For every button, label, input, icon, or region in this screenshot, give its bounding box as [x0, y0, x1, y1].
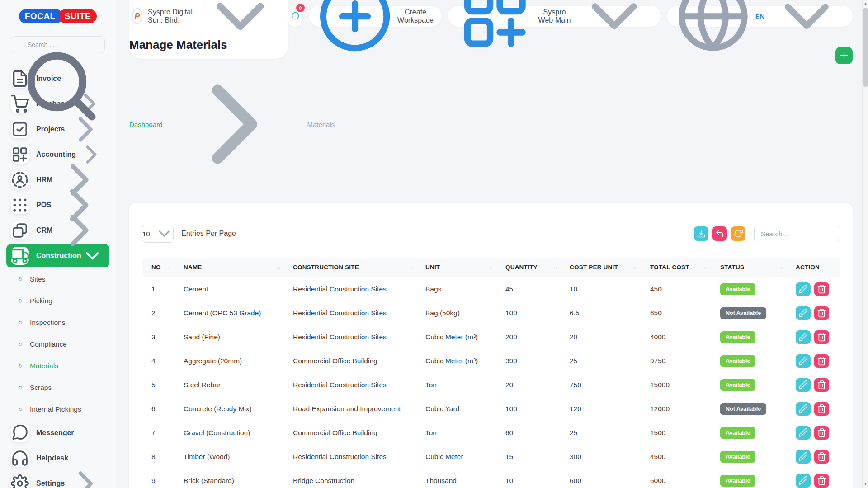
edit-button[interactable] — [796, 354, 811, 368]
cell-total-cost: 650 — [650, 301, 720, 325]
column-header[interactable]: STATUS↑↓ — [720, 258, 796, 277]
cell-action — [796, 349, 840, 373]
column-header[interactable]: UNIT↑↓ — [425, 258, 505, 277]
sort-icon: ↑↓ — [489, 265, 493, 270]
scrollbar-thumb[interactable] — [863, 8, 868, 87]
chat-icon — [11, 424, 29, 442]
pencil-icon — [798, 284, 808, 294]
cell-no: 5 — [142, 373, 184, 397]
undo-icon — [715, 229, 724, 238]
table-row: 4Aggregate (20mm)Commercial Office Build… — [142, 349, 840, 373]
cell-no: 4 — [142, 349, 184, 373]
cell-no: 7 — [142, 421, 184, 445]
materials-card: 10 Entries Per Page — [129, 203, 853, 488]
sidebar-item-settings[interactable]: Settings — [0, 471, 116, 488]
workspace-name: Syspro Digital Sdn. Bhd. — [148, 8, 194, 24]
cell-status: Not Available — [720, 397, 796, 421]
scroll-up-arrow[interactable]: ▲ — [863, 1, 868, 6]
sidebar-subitem-picking[interactable]: Picking — [0, 290, 116, 312]
circle-icon — [18, 407, 23, 412]
delete-button[interactable] — [814, 426, 829, 440]
cell-status: Available — [720, 373, 796, 397]
cell-unit: Cubic Meter (m³) — [425, 325, 505, 349]
edit-button[interactable] — [796, 306, 811, 320]
workspace-logo: P — [132, 8, 142, 24]
column-header[interactable]: CONSTRUCTION SITE↑↓ — [293, 258, 425, 277]
language-selector[interactable]: EN — [667, 6, 853, 27]
edit-button[interactable] — [796, 330, 811, 344]
trash-icon — [817, 284, 826, 294]
column-header[interactable]: COST PER UNIT↑↓ — [570, 258, 650, 277]
entries-per-page-select[interactable]: 10 — [142, 225, 174, 243]
app-logo: FOCAL SUITE — [0, 9, 116, 23]
scrollbar[interactable]: ▲ ▼ — [862, 0, 868, 488]
cell-quantity: 100 — [505, 301, 570, 325]
status-badge: Not Available — [720, 307, 766, 319]
edit-button[interactable] — [796, 282, 811, 296]
materials-table-body: 1CementResidential Construction SitesBag… — [142, 277, 840, 488]
status-badge: Available — [720, 331, 755, 343]
edit-button[interactable] — [796, 450, 811, 464]
materials-table: NO↑↓NAME↑↓CONSTRUCTION SITE↑↓UNIT↑↓QUANT… — [142, 258, 840, 488]
add-material-button[interactable] — [835, 47, 853, 64]
truck-icon — [11, 247, 29, 265]
sidebar-item-messenger[interactable]: Messenger — [0, 420, 116, 446]
export-button[interactable] — [694, 226, 708, 241]
edit-button[interactable] — [796, 426, 811, 440]
messages-button[interactable]: 0 — [288, 6, 302, 27]
refresh-button[interactable] — [731, 226, 745, 241]
workspace-menu-dropdown[interactable]: Syspro Web Main — [448, 6, 661, 27]
cell-total-cost: 12000 — [650, 397, 720, 421]
delete-button[interactable] — [814, 306, 829, 320]
column-header[interactable]: QUANTITY↑↓ — [505, 258, 570, 277]
cell-cost-per-unit: 25 — [570, 421, 650, 445]
chevron-left-icon — [513, 468, 648, 488]
chevron-right-icon — [65, 463, 107, 488]
cell-quantity: 60 — [505, 421, 570, 445]
sidebar-subitem-sites[interactable]: Sites — [0, 268, 116, 290]
sidebar-subitem-materials[interactable]: Materials — [0, 355, 116, 377]
table-row: 8Timber (Wood)Residential Construction S… — [142, 445, 840, 469]
column-header[interactable]: TOTAL COST↑↓ — [650, 258, 720, 277]
status-badge: Not Available — [720, 403, 766, 415]
delete-button[interactable] — [814, 354, 829, 368]
cell-name: Steel Rebar — [184, 373, 293, 397]
delete-button[interactable] — [814, 450, 829, 464]
circle-icon — [18, 385, 23, 390]
sidebar-subitem-internal-pickings[interactable]: Internal Pickings — [0, 399, 116, 420]
delete-button[interactable] — [814, 330, 829, 344]
circle-icon — [18, 363, 23, 368]
undo-button[interactable] — [712, 226, 727, 241]
table-row: 7Gravel (Construction)Commercial Office … — [142, 421, 840, 445]
sidebar-subitem-inspections[interactable]: Inspections — [0, 312, 116, 333]
create-workspace-button[interactable]: Create Workspace — [309, 6, 442, 27]
table-search-input[interactable] — [754, 225, 840, 242]
sidebar-subitem-compliance[interactable]: Compliance — [0, 333, 116, 355]
delete-button[interactable] — [814, 378, 829, 392]
plus-icon — [838, 50, 850, 61]
trash-icon — [817, 332, 826, 342]
edit-button[interactable] — [796, 378, 811, 392]
delete-button[interactable] — [814, 282, 829, 296]
cell-status: Available — [720, 325, 796, 349]
sidebar-subitem-scraps[interactable]: Scraps — [0, 377, 116, 399]
page-title: Manage Materials — [129, 38, 853, 52]
delete-button[interactable] — [814, 402, 829, 416]
cell-no: 8 — [142, 445, 184, 469]
pencil-icon — [798, 380, 808, 389]
breadcrumb-dashboard-link[interactable]: Dashboard — [129, 121, 162, 128]
column-header[interactable]: NAME↑↓ — [184, 258, 293, 277]
cell-construction-site: Residential Construction Sites — [293, 373, 425, 397]
edit-button[interactable] — [796, 402, 811, 416]
scroll-down-arrow[interactable]: ▼ — [863, 482, 868, 487]
cell-status: Not Available — [720, 301, 796, 325]
cell-no: 1 — [142, 277, 184, 301]
sidebar-item-crm[interactable]: CRM — [0, 218, 116, 243]
sort-icon: ↑↓ — [703, 265, 708, 270]
copy-icon — [11, 221, 29, 239]
chevron-down-icon — [155, 225, 173, 243]
column-header[interactable]: NO↑↓ — [142, 258, 184, 277]
cell-action — [796, 397, 840, 421]
cell-cost-per-unit: 750 — [570, 373, 650, 397]
cell-name: Timber (Wood) — [184, 445, 293, 469]
